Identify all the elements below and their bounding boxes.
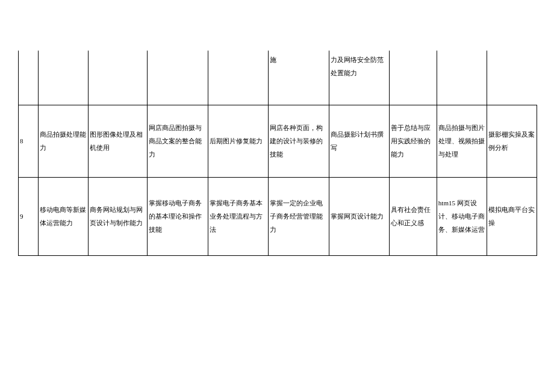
table-cell <box>437 51 487 105</box>
table-cell: 模拟电商平台实操 <box>487 177 537 255</box>
table-row: 9 移动电商等新媒体运营能力 商务网站规划与网页设计与制作能力 掌握移动电子商务… <box>19 177 537 255</box>
table-cell: 掌握一定的企业电子商务经营管理能力 <box>269 177 329 255</box>
table-cell: 图形图像处理及相机使用 <box>88 105 147 177</box>
table-cell: 掌握网页设计能力 <box>329 177 390 255</box>
table-cell: 力及网络安全防范处置能力 <box>329 51 390 105</box>
table-cell: 掌握移动电子商务的基本理论和操作技能 <box>148 177 208 255</box>
table-cell <box>208 51 269 105</box>
data-table: 施 力及网络安全防范处置能力 8 商品拍摄处理能力 图形图像处理及相机使用 网店… <box>18 51 537 256</box>
table-cell <box>390 51 437 105</box>
table-cell: 掌握电子商务基本业务处理流程与方法 <box>208 177 269 255</box>
table-row: 8 商品拍摄处理能力 图形图像处理及相机使用 网店商品图拍摄与商品文案的整合能力… <box>19 105 537 177</box>
table-cell: 后期图片修复能力 <box>208 105 269 177</box>
table-cell: 9 <box>19 177 39 255</box>
table-cell <box>19 51 39 105</box>
table-cell: 商品摄影计划书撰写 <box>329 105 390 177</box>
table-cell <box>88 51 147 105</box>
table-cell: htm15 网页设计、移动电子商务、新媒体运营 <box>437 177 487 255</box>
table-cell: 商务网站规划与网页设计与制作能力 <box>88 177 147 255</box>
table-cell: 善于总结与应用实践经验的能力 <box>390 105 437 177</box>
table-cell: 施 <box>269 51 329 105</box>
table-cell: 商品拍摄与图片处理、视频拍摄与处理 <box>437 105 487 177</box>
table-cell <box>148 51 208 105</box>
document-page: 施 力及网络安全防范处置能力 8 商品拍摄处理能力 图形图像处理及相机使用 网店… <box>0 51 554 392</box>
table-row: 施 力及网络安全防范处置能力 <box>19 51 537 105</box>
table-cell <box>38 51 88 105</box>
table-cell: 网店商品图拍摄与商品文案的整合能力 <box>148 105 208 177</box>
table-cell: 移动电商等新媒体运营能力 <box>38 177 88 255</box>
table-cell: 网店各种页面，构建的设计与装修的技能 <box>269 105 329 177</box>
table-cell: 摄影棚实操及案例分析 <box>487 105 537 177</box>
table-cell: 具有社会责任心和正义感 <box>390 177 437 255</box>
table-cell: 商品拍摄处理能力 <box>38 105 88 177</box>
table-cell: 8 <box>19 105 39 177</box>
